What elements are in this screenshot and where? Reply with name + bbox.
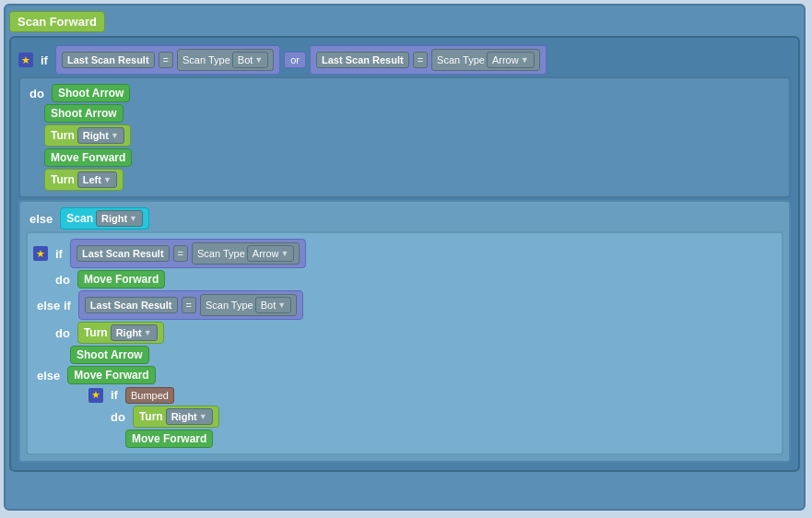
inner-if-container: ★ if Bumped do Turn Right ▼ [88,386,776,448]
nested-do-move[interactable]: Move Forward [77,270,165,288]
header-row: Scan Forward [9,11,800,32]
equals-right[interactable]: = [413,52,428,68]
else-if-shoot-row: Shoot Arrow [70,346,776,364]
scan-type-left[interactable]: Scan Type Bot ▼ [177,49,274,71]
outer-if-block: ★ if Last Scan Result = Scan Type Bot ▼ … [9,36,800,472]
last-scan-result-left[interactable]: Last Scan Result [62,52,155,68]
star-icon: ★ [18,53,33,67]
last-scan-result-right[interactable]: Last Scan Result [316,52,409,68]
inner-turn-arrow-icon: ▼ [199,412,207,421]
else-if-shoot[interactable]: Shoot Arrow [70,346,149,364]
turn-left-block[interactable]: Turn Left ▼ [44,169,124,191]
shoot-arrow-2[interactable]: Shoot Arrow [44,104,124,123]
turn-right-arrow-icon: ▼ [111,131,119,140]
inner-if-do-row: do Turn Right ▼ [107,406,776,428]
scan-type-value-right[interactable]: Arrow ▼ [487,52,535,68]
move-forward-row: Move Forward [44,148,783,167]
else-if-last-scan[interactable]: Last Scan Result [85,297,178,313]
do-keyword: do [26,85,48,102]
else-if-turn-dir[interactable]: Right ▼ [111,324,158,341]
inner-if-row: ★ if Bumped [88,386,776,404]
else-if-keyword: else if [33,297,75,314]
shoot-arrow-2-row: Shoot Arrow [44,104,783,123]
inner-move-row: Move Forward [125,430,776,448]
else-scan-row: else Scan Right ▼ [26,207,783,230]
inner-turn-dir[interactable]: Right ▼ [166,408,213,425]
scan-dir-arrow-icon: ▼ [129,214,137,223]
nested-star-icon: ★ [33,246,48,261]
nested-if-block: ★ if Last Scan Result = Scan Type Arrow … [26,231,783,455]
inner-turn-right[interactable]: Turn Right ▼ [133,406,219,428]
else-if-row: else if Last Scan Result = Scan Type Bot… [33,290,776,320]
turn-right-row: Turn Right ▼ [44,124,783,147]
inner-move-forward[interactable]: Move Forward [125,430,213,448]
else-keyword: else [26,210,56,228]
or-label: or [284,52,306,68]
else-if-scan-type[interactable]: Scan Type Bot ▼ [200,294,297,316]
turn-right-dir[interactable]: Right ▼ [77,127,124,144]
nested-if-row: ★ if Last Scan Result = Scan Type Arrow … [33,239,776,268]
nested-scan-arrow-icon: ▼ [281,249,289,258]
inner-if-keyword: if [107,386,122,404]
nested-scan-type[interactable]: Scan Type Arrow ▼ [192,242,300,265]
scan-dir-dropdown[interactable]: Right ▼ [96,210,143,227]
turn-right-block[interactable]: Turn Right ▼ [44,124,131,147]
bumped-block[interactable]: Bumped [125,387,174,404]
nested-if-keyword: if [52,245,66,263]
nested-equals[interactable]: = [173,245,188,262]
else-if-turn-right[interactable]: Turn Right ▼ [77,322,164,344]
nested-condition: Last Scan Result = Scan Type Arrow ▼ [70,239,307,268]
else-if-do-row: do Turn Right ▼ [52,322,776,344]
left-condition: Last Scan Result = Scan Type Bot ▼ [55,45,280,75]
scan-block[interactable]: Scan Right ▼ [60,207,149,230]
if-keyword: if [37,52,52,69]
shoot-arrow-1[interactable]: Shoot Arrow [52,84,131,102]
inner-else-row: else Move Forward [33,366,776,384]
nested-scan-type-value[interactable]: Arrow ▼ [247,245,295,262]
dropdown-arrow-icon-right: ▼ [521,55,529,65]
turn-left-row: Turn Left ▼ [44,169,783,191]
inner-if-do-keyword: do [107,408,129,426]
main-container: Scan Forward ★ if Last Scan Result = Sca… [4,4,806,511]
else-if-scan-arrow-icon: ▼ [277,300,286,310]
else-if-equals[interactable]: = [182,297,196,313]
else-if-condition: Last Scan Result = Scan Type Bot ▼ [78,290,303,320]
nested-do-row: do Move Forward [52,270,776,288]
right-condition: Last Scan Result = Scan Type Arrow ▼ [310,45,547,75]
turn-left-dir[interactable]: Left ▼ [77,171,117,188]
turn-left-arrow-icon: ▼ [103,175,112,184]
inner-else-keyword: else [33,367,64,384]
dropdown-arrow-icon: ▼ [254,55,263,65]
nested-last-scan[interactable]: Last Scan Result [76,245,170,262]
else-block: else Scan Right ▼ ★ if Last Scan Result [18,200,791,463]
do-keyword-row: do Shoot Arrow [26,84,783,102]
scan-type-value-left[interactable]: Bot ▼ [232,52,268,68]
scan-type-right[interactable]: Scan Type Arrow ▼ [431,49,539,71]
inner-star-icon: ★ [88,388,103,403]
program-title[interactable]: Scan Forward [9,11,105,32]
nested-do-keyword: do [52,271,74,288]
do-block: do Shoot Arrow Shoot Arrow Turn Right ▼ … [18,77,791,198]
inner-else-move[interactable]: Move Forward [67,366,155,384]
if-condition-row: ★ if Last Scan Result = Scan Type Bot ▼ … [18,45,791,75]
move-forward-block[interactable]: Move Forward [44,148,132,167]
equals-left[interactable]: = [159,52,173,68]
else-if-turn-arrow-icon: ▼ [144,328,152,337]
else-if-do-keyword: do [52,324,74,342]
else-if-scan-value[interactable]: Bot ▼ [255,297,291,313]
